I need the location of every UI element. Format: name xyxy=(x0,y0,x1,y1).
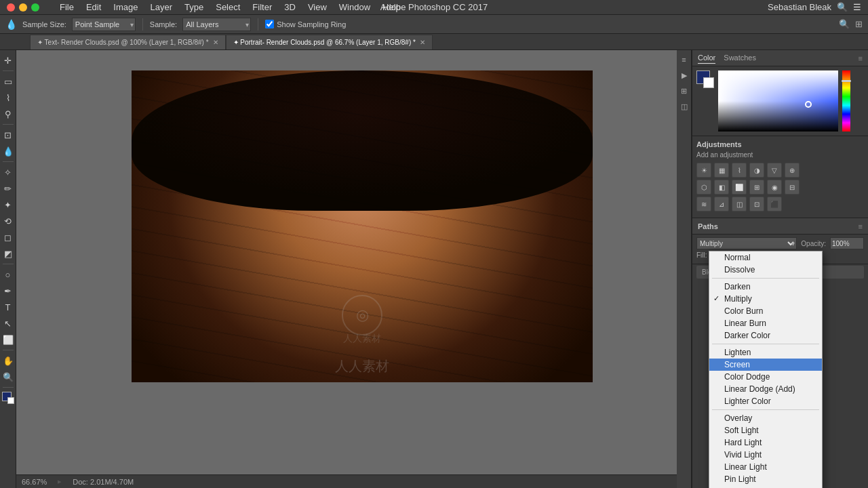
brush-tool[interactable]: ✏ xyxy=(1,181,16,196)
quick-select-tool[interactable]: ⚲ xyxy=(1,106,16,121)
move-tool[interactable]: ✛ xyxy=(1,53,16,68)
menu-select[interactable]: Select xyxy=(210,1,245,14)
lasso-tool[interactable]: ⌇ xyxy=(1,90,16,105)
eraser-tool[interactable]: ◻ xyxy=(1,230,16,245)
blend-item-color-burn[interactable]: Color Burn xyxy=(709,305,822,317)
color-panel-menu-icon[interactable]: ≡ xyxy=(859,54,863,62)
blend-mode-dropdown[interactable]: Normal Dissolve Darken Multiply Color Bu… xyxy=(709,251,823,488)
zoom-tool[interactable]: 🔍 xyxy=(1,369,16,384)
tab-portrait-render[interactable]: ✦ Portrait- Render Clouds.psd @ 66.7% (L… xyxy=(226,35,433,49)
color-spectrum[interactable] xyxy=(718,70,838,131)
pen-tool[interactable]: ✒ xyxy=(1,283,16,298)
mac-close-btn[interactable] xyxy=(7,3,15,12)
hue-sat-adj-icon[interactable]: ⊕ xyxy=(785,163,800,178)
curves-adj-icon[interactable]: ⌇ xyxy=(732,163,747,178)
blend-item-linear-light[interactable]: Linear Light xyxy=(709,461,822,473)
blend-item-overlay[interactable]: Overlay xyxy=(709,412,822,424)
menu-toggle-icon[interactable]: ☰ xyxy=(853,2,861,12)
clone-stamp-tool[interactable]: ✦ xyxy=(1,197,16,212)
photo-filter-adj-icon[interactable]: ⬜ xyxy=(732,180,747,195)
gradient-map-adj-icon[interactable]: ◫ xyxy=(732,197,747,211)
sample-size-select[interactable]: Point Sample 3 by 3 Average 5 by 5 Avera… xyxy=(72,18,136,31)
hand-tool[interactable]: ✋ xyxy=(1,353,16,368)
blend-item-hard-light[interactable]: Hard Light xyxy=(709,436,822,449)
menu-file[interactable]: File xyxy=(54,1,79,14)
bg-color[interactable] xyxy=(703,77,714,88)
eyedropper-tool[interactable]: 💧 xyxy=(1,144,16,159)
search-icon[interactable]: 🔍 xyxy=(839,19,850,29)
foreground-bg-color[interactable] xyxy=(2,392,14,404)
menu-3d[interactable]: 3D xyxy=(279,1,301,14)
posterize-adj-icon[interactable]: ≋ xyxy=(696,197,711,211)
tab-color[interactable]: Color xyxy=(698,52,715,64)
crop-tool[interactable]: ⊡ xyxy=(1,127,16,142)
tab-close-active-icon[interactable]: ✕ xyxy=(420,39,425,46)
tab-close-icon[interactable]: ✕ xyxy=(213,39,218,46)
spectrum-handle[interactable] xyxy=(805,101,812,108)
selective-color-adj-icon[interactable]: ⊡ xyxy=(749,197,764,211)
mac-max-btn[interactable] xyxy=(31,3,39,12)
sample-select[interactable]: All Layers Current Layer Current & Below xyxy=(182,18,251,31)
blend-item-soft-light[interactable]: Soft Light xyxy=(709,424,822,436)
menu-edit[interactable]: Edit xyxy=(81,1,106,14)
threshold-adj-icon[interactable]: ⊿ xyxy=(714,197,729,211)
invert-adj-icon[interactable]: ⊟ xyxy=(785,180,800,195)
blend-item-color-dodge[interactable]: Color Dodge xyxy=(709,371,822,383)
blend-item-pin-light[interactable]: Pin Light xyxy=(709,473,822,485)
brightness-adj-icon[interactable]: ☀ xyxy=(696,163,711,178)
type-tool[interactable]: T xyxy=(1,300,16,314)
exposure-adj-icon[interactable]: ◑ xyxy=(749,163,764,178)
path-select-tool[interactable]: ↖ xyxy=(1,316,16,331)
vibrance-adj-icon[interactable]: ▽ xyxy=(767,163,782,178)
adjustments-subtitle: Add an adjustment xyxy=(696,151,864,159)
blend-item-normal[interactable]: Normal xyxy=(709,251,822,264)
menu-image[interactable]: Image xyxy=(108,1,143,14)
blend-item-vivid-light[interactable]: Vivid Light xyxy=(709,449,822,461)
search-icon[interactable]: 🔍 xyxy=(837,2,848,12)
levels-adj-icon[interactable]: ▦ xyxy=(714,163,729,178)
blend-item-linear-dodge[interactable]: Linear Dodge (Add) xyxy=(709,383,822,395)
opacity-input[interactable] xyxy=(830,237,864,249)
color-balance-adj-icon[interactable]: ⬡ xyxy=(696,180,711,195)
blend-item-dissolve[interactable]: Dissolve xyxy=(709,264,822,276)
channels-icon[interactable]: ◫ xyxy=(677,100,691,113)
blend-item-linear-burn[interactable]: Linear Burn xyxy=(709,317,822,329)
blend-item-darken[interactable]: Darken xyxy=(709,281,822,293)
channel-mixer-adj-icon[interactable]: ⊞ xyxy=(749,180,764,195)
dodge-tool[interactable]: ○ xyxy=(1,267,16,282)
menu-layer[interactable]: Layer xyxy=(145,1,178,14)
solid-color-adj-icon[interactable]: ⬛ xyxy=(767,197,782,211)
spot-heal-tool[interactable]: ✧ xyxy=(1,165,16,180)
show-sampling-ring-checkbox[interactable] xyxy=(265,20,274,28)
blend-item-darker-color[interactable]: Darker Color xyxy=(709,329,822,342)
blend-item-lighter-color[interactable]: Lighter Color xyxy=(709,395,822,407)
menu-filter[interactable]: Filter xyxy=(247,1,277,14)
blend-item-hard-mix[interactable]: Hard Mix xyxy=(709,485,822,488)
tab-text-render[interactable]: ✦ Text- Render Clouds.psd @ 100% (Layer … xyxy=(30,35,226,49)
blend-mode-select[interactable]: Multiply xyxy=(696,237,797,249)
blend-item-lighten[interactable]: Lighten xyxy=(709,346,822,359)
layers-toggle-icon[interactable]: ≡ xyxy=(677,53,691,66)
bw-adj-icon[interactable]: ◧ xyxy=(714,180,729,195)
canvas-image[interactable]: 人人素材 ◎ 人人素材 xyxy=(132,70,593,382)
layout-icon[interactable]: ⊞ xyxy=(855,19,863,29)
fg-bg-swatches[interactable] xyxy=(696,70,714,88)
color-lookup-adj-icon[interactable]: ◉ xyxy=(767,180,782,195)
paths-panel-menu-icon[interactable]: ≡ xyxy=(859,222,863,230)
marquee-tool[interactable]: ▭ xyxy=(1,74,16,89)
menu-view[interactable]: View xyxy=(302,1,332,14)
hue-handle[interactable] xyxy=(842,80,851,82)
tab-swatches[interactable]: Swatches xyxy=(724,52,756,64)
menu-type[interactable]: Type xyxy=(179,1,209,14)
grid-icon[interactable]: ⊞ xyxy=(677,84,691,98)
hue-strip[interactable] xyxy=(842,70,850,131)
blend-item-multiply[interactable]: Multiply xyxy=(709,293,822,305)
background-color-swatch[interactable] xyxy=(7,397,14,404)
gradient-tool[interactable]: ◩ xyxy=(1,246,16,261)
play-icon[interactable]: ▶ xyxy=(677,68,691,82)
shape-tool[interactable]: ⬜ xyxy=(1,332,16,347)
mac-min-btn[interactable] xyxy=(19,3,27,12)
menu-window[interactable]: Window xyxy=(334,1,376,14)
history-brush-tool[interactable]: ⟲ xyxy=(1,214,16,228)
blend-item-screen[interactable]: Screen xyxy=(709,359,822,371)
